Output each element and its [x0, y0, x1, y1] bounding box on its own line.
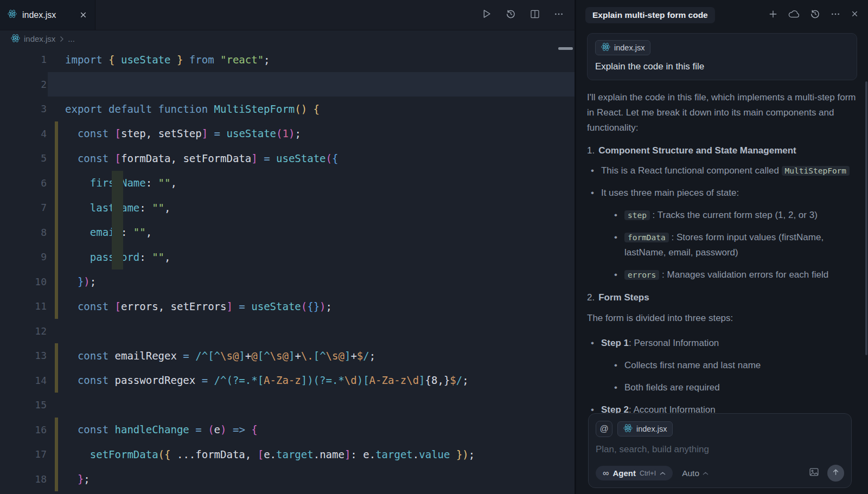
- text-run: : Tracks the current form step (1, 2, or…: [650, 210, 818, 220]
- mode-label: Agent: [612, 469, 636, 478]
- code-line-16[interactable]: 16 const handleChange = (e) => {: [0, 418, 575, 442]
- inline-code: MultiStepForm: [782, 166, 850, 176]
- chat-bullet: •This is a React functional component ca…: [591, 163, 857, 178]
- line-number: 3: [0, 103, 47, 114]
- code-line-4[interactable]: 4 const [step, setStep] = useState(1);: [0, 121, 575, 146]
- text-run: Collects first name and last name: [624, 360, 761, 370]
- model-selector[interactable]: Auto: [682, 469, 709, 478]
- code-line-2[interactable]: 2: [0, 72, 575, 97]
- text-run: I'll explain the code in this file, whic…: [587, 92, 856, 133]
- run-button[interactable]: [481, 9, 492, 21]
- play-icon: [481, 9, 492, 21]
- react-file-icon: [623, 424, 633, 434]
- code-line-11[interactable]: 11 const [errors, setErrors] = useState(…: [0, 294, 575, 319]
- code-line-18[interactable]: 18 };: [0, 467, 575, 492]
- chat-paragraph: The form is divided into three steps:: [587, 311, 857, 326]
- code-lines: 1import { useState } from "react";23expo…: [0, 47, 575, 491]
- breadcrumb-file[interactable]: index.jsx: [24, 34, 55, 43]
- chat-heading: 2.Form Steps: [587, 292, 857, 303]
- chat-header: Explain multi-step form code: [576, 0, 868, 30]
- timeline-button[interactable]: [506, 9, 516, 21]
- close-chat-button[interactable]: [851, 10, 859, 20]
- chat-pane: Explain multi-step form code index.jsx E…: [576, 0, 868, 494]
- code-line-17[interactable]: 17 setFormData({ ...formData, [e.target.…: [0, 442, 575, 467]
- send-button[interactable]: [827, 465, 844, 482]
- code-line-10[interactable]: 10 });: [0, 270, 575, 294]
- tab-index-jsx[interactable]: index.jsx: [0, 0, 95, 30]
- line-number: 4: [0, 128, 47, 139]
- context-file-name: index.jsx: [614, 43, 644, 52]
- line-number: 16: [0, 424, 47, 435]
- chevron-up-icon: [660, 471, 666, 476]
- editor-pane: index.jsx index.jsx ... 1import { useSta…: [0, 0, 576, 494]
- mode-shortcut: Ctrl+I: [640, 470, 656, 477]
- cloud-button[interactable]: [788, 10, 800, 21]
- react-file-icon: [8, 9, 17, 21]
- line-number: 6: [0, 177, 47, 189]
- line-number: 9: [0, 251, 47, 262]
- new-chat-button[interactable]: [768, 9, 778, 21]
- tab-label: index.jsx: [22, 10, 56, 20]
- input-context-file-chip[interactable]: index.jsx: [617, 421, 673, 437]
- line-number: 11: [0, 300, 47, 312]
- line-number: 13: [0, 350, 47, 361]
- code-line-13[interactable]: 13 const emailRegex = /^[^\s@]+@[^\s@]+\…: [0, 343, 575, 368]
- chat-history-button[interactable]: [810, 9, 820, 21]
- chat-bullet: •formData : Stores form input values (fi…: [614, 230, 857, 260]
- chat-input-box[interactable]: @ index.jsx Plan, search, build anything…: [588, 413, 852, 488]
- breadcrumb-symbol[interactable]: ...: [68, 34, 75, 43]
- code-line-5[interactable]: 5 const [formData, setFormData] = useSta…: [0, 146, 575, 171]
- chat-input-toolbar: ∞ Agent Ctrl+I Auto: [596, 465, 844, 482]
- code-line-9[interactable]: 9 password: "",: [0, 245, 575, 270]
- chat-blocks: I'll explain the code in this file, whic…: [587, 90, 857, 418]
- more-icon: [831, 9, 840, 21]
- split-editor-icon: [530, 9, 540, 21]
- editor-scrollbar-thumb[interactable]: [558, 47, 573, 50]
- chat-title-tab[interactable]: Explain multi-step form code: [585, 7, 715, 23]
- line-number: 15: [0, 399, 47, 410]
- text-run: Both fields are required: [624, 382, 720, 393]
- mode-selector[interactable]: ∞ Agent Ctrl+I: [596, 466, 673, 480]
- chevron-up-icon: [703, 471, 709, 476]
- add-context-button[interactable]: @: [596, 421, 612, 437]
- split-editor-button[interactable]: [530, 9, 540, 21]
- app-window: index.jsx index.jsx ... 1import { useSta…: [0, 0, 868, 494]
- context-file-chip[interactable]: index.jsx: [595, 40, 650, 55]
- text-run: : Manages validation errors for each fie…: [659, 270, 828, 280]
- chat-bullet: •Both fields are required: [614, 380, 857, 395]
- inline-code: errors: [624, 270, 659, 280]
- chat-more-button[interactable]: [831, 9, 840, 21]
- close-icon: [851, 10, 859, 20]
- editor-tab-bar: index.jsx: [0, 0, 575, 30]
- inline-code: step: [624, 210, 650, 220]
- code-line-15[interactable]: 15: [0, 393, 575, 418]
- line-number: 12: [0, 325, 47, 337]
- close-tab-icon[interactable]: [79, 11, 87, 19]
- line-number: 1: [0, 54, 47, 65]
- line-number: 7: [0, 202, 47, 213]
- attach-image-button[interactable]: [809, 467, 819, 479]
- chat-scrollbar-thumb[interactable]: [865, 81, 867, 355]
- editor-more-button[interactable]: [554, 9, 564, 21]
- code-line-3[interactable]: 3export default function MultiStepForm()…: [0, 97, 575, 121]
- chat-input-context-row: @ index.jsx: [596, 421, 844, 437]
- user-message-text: Explain the code in this file: [595, 61, 849, 72]
- input-context-file-name: index.jsx: [636, 425, 667, 433]
- chat-input-placeholder[interactable]: Plan, search, build anything: [596, 444, 844, 455]
- text-run: The form is divided into three steps:: [587, 313, 733, 323]
- code-line-6[interactable]: 6 firstName: "",: [0, 171, 575, 196]
- text-run: This is a React functional component cal…: [601, 165, 782, 176]
- code-line-8[interactable]: 8 email: "",: [0, 220, 575, 245]
- code-line-12[interactable]: 12: [0, 319, 575, 344]
- plus-icon: [768, 9, 778, 21]
- code-line-1[interactable]: 1import { useState } from "react";: [0, 47, 575, 72]
- chat-paragraph: I'll explain the code in this file, whic…: [587, 90, 857, 136]
- code-line-7[interactable]: 7 lastName: "",: [0, 195, 575, 220]
- text-run: : Personal Information: [629, 338, 719, 348]
- line-number: 8: [0, 227, 47, 238]
- chat-header-icons: [768, 9, 859, 21]
- history-icon: [506, 9, 516, 21]
- chat-bullet: •Collects first name and last name: [614, 358, 857, 373]
- code-line-14[interactable]: 14 const passwordRegex = /^(?=.*[A-Za-z]…: [0, 368, 575, 393]
- line-number: 18: [0, 473, 47, 485]
